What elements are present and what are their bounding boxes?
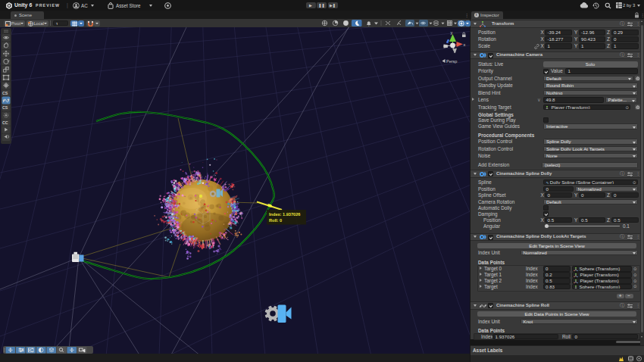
svg-text:x: x	[464, 42, 466, 47]
svg-text:Index: 1.937026: Index: 1.937026	[269, 212, 300, 217]
svg-text:y: y	[451, 30, 453, 35]
svg-text:Persp: Persp	[446, 59, 457, 64]
svg-text:Roll: 0: Roll: 0	[269, 218, 282, 223]
